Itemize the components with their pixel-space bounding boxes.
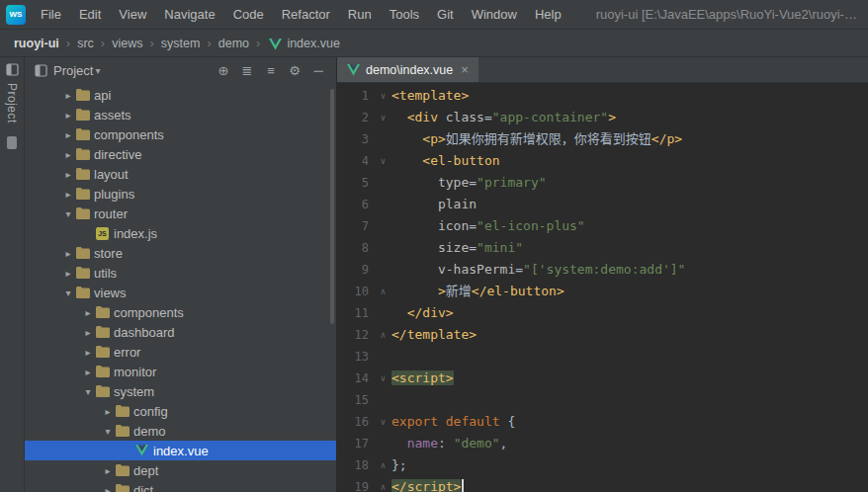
- code-line-11[interactable]: 11 </div>: [337, 302, 868, 324]
- menu-item-navigate[interactable]: Navigate: [155, 4, 223, 25]
- breadcrumb-item-ruoyi-ui[interactable]: ruoyi-ui: [12, 37, 61, 50]
- tree-item-dept[interactable]: ▸dept: [25, 460, 336, 480]
- chevron-right-icon[interactable]: ▸: [60, 248, 76, 259]
- fold-region-start-icon[interactable]: ∨: [375, 368, 391, 389]
- code-area[interactable]: 1∨<template>2∨ <div class="app-container…: [337, 83, 868, 492]
- tree-item-layout[interactable]: ▸layout: [25, 164, 336, 184]
- code-line-1[interactable]: 1∨<template>: [337, 85, 868, 107]
- tree-item-components[interactable]: ▸components: [25, 302, 336, 322]
- code-line-17[interactable]: 17 name: "demo",: [337, 433, 868, 454]
- tree-scrollbar[interactable]: [330, 89, 334, 324]
- tree-item-utils[interactable]: ▸utils: [25, 263, 336, 283]
- tree-item-store[interactable]: ▸store: [25, 243, 336, 263]
- menu-item-window[interactable]: Window: [463, 4, 526, 25]
- menu-item-refactor[interactable]: Refactor: [273, 4, 339, 25]
- close-tab-icon[interactable]: ×: [461, 62, 469, 77]
- chevron-right-icon[interactable]: ▸: [60, 129, 76, 140]
- chevron-down-icon[interactable]: ▾: [80, 386, 96, 397]
- code-line-14[interactable]: 14∨<script>: [337, 368, 868, 389]
- code-line-9[interactable]: 9 v-hasPermi="['system:demo:add']": [337, 259, 868, 281]
- chevron-right-icon[interactable]: ▸: [60, 268, 76, 279]
- menu-item-run[interactable]: Run: [339, 4, 381, 25]
- fold-region-start-icon[interactable]: ∨: [375, 411, 391, 433]
- code-line-7[interactable]: 7 icon="el-icon-plus": [337, 215, 868, 237]
- chevron-right-icon[interactable]: ▸: [100, 406, 116, 417]
- fold-region-end-icon[interactable]: ∧: [375, 454, 391, 476]
- tab-demo-index-vue[interactable]: demo\index.vue ×: [337, 57, 478, 82]
- fold-region-start-icon[interactable]: ∨: [375, 107, 391, 128]
- secondary-stripe-icon[interactable]: [6, 135, 18, 153]
- chevron-right-icon[interactable]: ▸: [100, 465, 116, 476]
- chevron-right-icon[interactable]: ▸: [80, 307, 96, 318]
- menu-item-edit[interactable]: Edit: [70, 4, 110, 25]
- chevron-down-icon[interactable]: ▾: [100, 426, 116, 437]
- project-stripe-button[interactable]: Project: [5, 63, 19, 123]
- tree-item-monitor[interactable]: ▸monitor: [25, 362, 336, 381]
- menu-item-help[interactable]: Help: [526, 4, 570, 25]
- menu-item-file[interactable]: File: [32, 4, 70, 25]
- tree-item-plugins[interactable]: ▸plugins: [25, 184, 336, 204]
- code-line-13[interactable]: 13: [337, 346, 868, 368]
- breadcrumb-item-demo[interactable]: demo: [217, 37, 251, 50]
- expand-all-icon[interactable]: ≣: [235, 60, 259, 80]
- tree-item-error[interactable]: ▸error: [25, 342, 336, 362]
- menu-item-tools[interactable]: Tools: [381, 4, 428, 25]
- tree-item-dashboard[interactable]: ▸dashboard: [25, 322, 336, 342]
- code-line-2[interactable]: 2∨ <div class="app-container">: [337, 107, 868, 128]
- code-line-10[interactable]: 10∧ >新增</el-button>: [337, 281, 868, 302]
- tree-item-dict[interactable]: ▸dict: [25, 480, 336, 492]
- code-line-12[interactable]: 12∧</template>: [337, 324, 868, 346]
- fold-region-start-icon[interactable]: ∨: [375, 85, 391, 107]
- hide-panel-icon[interactable]: ─: [306, 60, 330, 80]
- tree-item-components[interactable]: ▸components: [25, 124, 336, 144]
- code-line-3[interactable]: 3 <p>如果你拥有新增权限，你将看到按钮</p>: [337, 128, 868, 150]
- menu-item-code[interactable]: Code: [224, 4, 273, 25]
- code-line-8[interactable]: 8 size="mini": [337, 237, 868, 259]
- breadcrumb-item-index-vue[interactable]: index.vue: [285, 37, 342, 50]
- chevron-right-icon[interactable]: ▸: [60, 90, 76, 101]
- code-token: </script>: [391, 479, 461, 492]
- code-line-5[interactable]: 5 type="primary": [337, 172, 868, 194]
- settings-gear-icon[interactable]: ⚙: [283, 60, 306, 80]
- fold-region-end-icon[interactable]: ∧: [375, 324, 391, 346]
- chevron-down-icon[interactable]: ▾: [60, 208, 76, 219]
- code-line-4[interactable]: 4∨ <el-button: [337, 150, 868, 172]
- chevron-right-icon[interactable]: ▸: [60, 169, 76, 180]
- tree-item-index-vue[interactable]: index.vue: [25, 441, 336, 460]
- project-panel-title[interactable]: Project: [53, 63, 93, 78]
- chevron-down-icon[interactable]: ▾: [60, 287, 76, 298]
- chevron-right-icon[interactable]: ▸: [80, 347, 96, 358]
- tree-item-index-js[interactable]: JSindex.js: [25, 223, 336, 243]
- code-line-19[interactable]: 19∧</script>: [337, 476, 868, 492]
- chevron-right-icon[interactable]: ▸: [60, 110, 76, 121]
- tree-item-config[interactable]: ▸config: [25, 401, 336, 421]
- breadcrumb-item-views[interactable]: views: [110, 37, 144, 50]
- fold-region-end-icon[interactable]: ∧: [375, 281, 391, 302]
- chevron-right-icon[interactable]: ▸: [60, 149, 76, 160]
- tree-item-directive[interactable]: ▸directive: [25, 144, 336, 164]
- menu-item-view[interactable]: View: [110, 4, 155, 25]
- chevron-down-icon[interactable]: ▾: [95, 65, 100, 76]
- chevron-right-icon[interactable]: ▸: [80, 367, 96, 377]
- chevron-right-icon[interactable]: ▸: [80, 327, 96, 338]
- webstorm-logo-icon[interactable]: WS: [6, 5, 26, 25]
- fold-region-start-icon[interactable]: ∨: [375, 150, 391, 172]
- tree-item-router[interactable]: ▾router: [25, 204, 336, 223]
- menu-item-git[interactable]: Git: [428, 4, 463, 25]
- tree-item-assets[interactable]: ▸assets: [25, 105, 336, 124]
- collapse-all-icon[interactable]: ≡: [259, 60, 283, 80]
- code-line-15[interactable]: 15: [337, 389, 868, 411]
- chevron-right-icon[interactable]: ▸: [100, 485, 116, 492]
- breadcrumb-item-src[interactable]: src: [75, 37, 96, 50]
- code-line-6[interactable]: 6 plain: [337, 194, 868, 215]
- locate-file-icon[interactable]: ⊕: [212, 60, 235, 80]
- breadcrumb-item-system[interactable]: system: [159, 37, 203, 50]
- fold-region-end-icon[interactable]: ∧: [375, 476, 391, 492]
- chevron-right-icon[interactable]: ▸: [60, 189, 76, 200]
- tree-item-demo[interactable]: ▾demo: [25, 421, 336, 441]
- tree-item-api[interactable]: ▸api: [25, 85, 336, 105]
- code-line-16[interactable]: 16∨export default {: [337, 411, 868, 433]
- code-line-18[interactable]: 18∧};: [337, 454, 868, 476]
- tree-item-views[interactable]: ▾views: [25, 283, 336, 302]
- tree-item-system[interactable]: ▾system: [25, 381, 336, 401]
